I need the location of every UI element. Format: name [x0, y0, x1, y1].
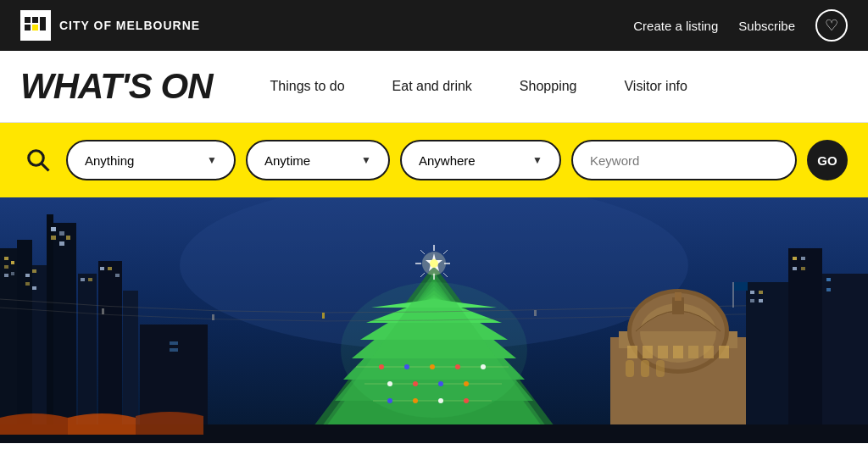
svg-rect-91 — [627, 346, 637, 358]
svg-rect-36 — [115, 274, 120, 277]
svg-point-65 — [438, 398, 443, 403]
subscribe-link[interactable]: Subscribe — [738, 19, 795, 33]
svg-point-6 — [29, 151, 44, 166]
heart-icon: ♡ — [825, 16, 838, 35]
favorites-button[interactable]: ♡ — [815, 9, 848, 42]
page-title: WHAT'S ON — [20, 51, 213, 122]
svg-rect-105 — [759, 291, 763, 294]
svg-point-66 — [464, 398, 469, 403]
header-nav: Create a listing Subscribe ♡ — [633, 9, 848, 42]
svg-point-61 — [438, 381, 443, 386]
svg-rect-90 — [675, 292, 682, 301]
svg-point-58 — [481, 364, 486, 369]
svg-rect-33 — [88, 278, 92, 281]
anywhere-chevron: ▼ — [532, 154, 542, 166]
svg-rect-111 — [801, 267, 805, 270]
nav-things-to-do[interactable]: Things to do — [247, 55, 369, 118]
svg-rect-113 — [826, 288, 831, 291]
svg-rect-13 — [4, 257, 8, 260]
svg-rect-100 — [656, 360, 665, 377]
svg-point-83 — [430, 259, 438, 268]
svg-rect-5 — [40, 17, 46, 31]
svg-rect-101 — [746, 282, 788, 443]
svg-rect-93 — [658, 346, 668, 358]
go-button[interactable]: GO — [807, 140, 848, 180]
svg-point-57 — [455, 364, 460, 369]
svg-rect-68 — [212, 314, 214, 320]
svg-rect-24 — [51, 227, 56, 231]
svg-line-7 — [42, 164, 48, 170]
nav-eat-and-drink[interactable]: Eat and drink — [369, 55, 496, 118]
svg-rect-112 — [826, 278, 831, 281]
svg-point-63 — [387, 398, 392, 403]
svg-rect-104 — [750, 291, 754, 294]
anytime-label: Anytime — [264, 153, 353, 168]
svg-rect-14 — [4, 265, 8, 269]
svg-rect-38 — [170, 341, 178, 345]
anything-dropdown[interactable]: Anything ▼ — [66, 140, 236, 180]
logo-area: CITY OF MELBOURNE — [20, 10, 200, 41]
svg-rect-103 — [822, 274, 868, 443]
nav-bar: WHAT'S ON Things to do Eat and drink Sho… — [0, 51, 868, 123]
svg-point-54 — [379, 364, 384, 369]
logo-icon — [20, 10, 51, 41]
svg-rect-25 — [51, 236, 56, 240]
svg-rect-20 — [25, 282, 30, 286]
svg-rect-102 — [788, 248, 822, 443]
svg-rect-32 — [81, 278, 85, 281]
svg-rect-70 — [534, 310, 537, 316]
svg-rect-96 — [704, 346, 714, 358]
svg-rect-28 — [66, 236, 70, 240]
search-bar: Anything ▼ Anytime ▼ Anywhere ▼ GO — [0, 123, 868, 197]
svg-rect-97 — [719, 346, 729, 358]
svg-rect-16 — [11, 261, 14, 264]
nav-visitor-info[interactable]: Visitor info — [600, 55, 710, 118]
svg-rect-109 — [801, 257, 805, 260]
svg-point-50 — [341, 282, 527, 418]
svg-rect-26 — [59, 231, 64, 236]
nav-shopping[interactable]: Shopping — [496, 55, 601, 118]
svg-rect-4 — [32, 25, 38, 31]
svg-rect-92 — [643, 346, 653, 358]
svg-point-55 — [404, 364, 409, 369]
anything-chevron: ▼ — [207, 154, 217, 166]
svg-point-64 — [413, 398, 418, 403]
svg-point-56 — [430, 364, 435, 369]
svg-rect-35 — [108, 267, 112, 270]
svg-rect-19 — [32, 269, 36, 273]
svg-point-62 — [464, 381, 469, 386]
svg-rect-17 — [11, 272, 14, 275]
svg-rect-3 — [25, 25, 31, 31]
anywhere-label: Anywhere — [419, 153, 524, 168]
svg-rect-23 — [47, 214, 53, 443]
svg-rect-2 — [32, 17, 38, 23]
svg-rect-39 — [170, 348, 178, 352]
site-header: CITY OF MELBOURNE Create a listing Subsc… — [0, 0, 868, 51]
svg-rect-94 — [673, 346, 683, 358]
svg-rect-108 — [793, 257, 797, 260]
svg-point-59 — [387, 381, 392, 386]
search-icon — [20, 142, 56, 178]
svg-rect-18 — [25, 274, 30, 277]
anywhere-dropdown[interactable]: Anywhere ▼ — [400, 140, 561, 180]
svg-rect-98 — [626, 360, 634, 377]
anytime-dropdown[interactable]: Anytime ▼ — [246, 140, 390, 180]
svg-rect-106 — [750, 299, 754, 302]
main-nav: Things to do Eat and drink Shopping Visi… — [247, 55, 711, 118]
svg-rect-15 — [4, 274, 8, 277]
svg-rect-27 — [59, 241, 64, 246]
svg-rect-107 — [759, 299, 763, 302]
svg-rect-110 — [793, 267, 797, 270]
svg-rect-34 — [100, 267, 104, 270]
svg-rect-1 — [25, 17, 31, 23]
svg-rect-69 — [322, 313, 325, 319]
svg-rect-12 — [17, 240, 32, 443]
svg-rect-95 — [688, 346, 698, 358]
keyword-input[interactable] — [571, 140, 797, 180]
create-listing-link[interactable]: Create a listing — [633, 19, 718, 33]
svg-rect-67 — [102, 308, 104, 314]
logo-text: CITY OF MELBOURNE — [59, 19, 200, 32]
hero-image — [0, 197, 868, 443]
svg-rect-99 — [641, 360, 649, 377]
svg-rect-115 — [734, 282, 748, 291]
